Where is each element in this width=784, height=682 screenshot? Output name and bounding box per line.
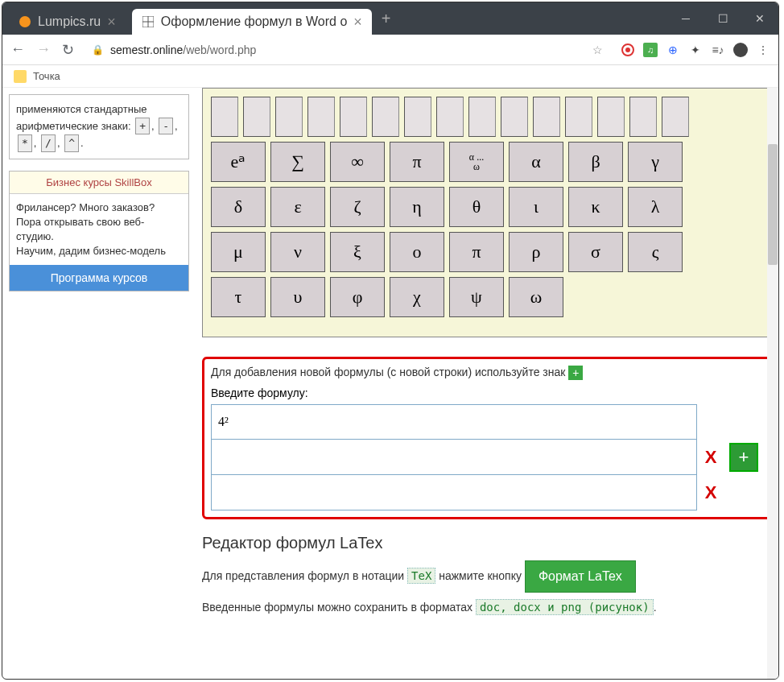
lumpics-favicon xyxy=(19,15,31,28)
key-blank[interactable] xyxy=(404,97,431,137)
word-favicon xyxy=(142,15,155,28)
key-xi[interactable]: ξ xyxy=(330,232,385,272)
minimize-button[interactable]: ─ xyxy=(667,2,704,35)
tab-lumpics[interactable]: Lumpics.ru × xyxy=(9,9,126,35)
close-icon[interactable]: × xyxy=(107,14,116,31)
skillbox-title: Бизнес курсы SkillBox xyxy=(10,172,188,194)
operators-note: применяются стандартные арифметические з… xyxy=(9,94,189,159)
star-icon[interactable]: ☆ xyxy=(592,43,603,56)
key-infinity[interactable]: ∞ xyxy=(330,142,385,182)
tab-semestr[interactable]: Оформление формул в Word о × xyxy=(132,9,372,35)
bookmarks-bar: Точка xyxy=(2,65,778,88)
key-theta[interactable]: θ xyxy=(449,187,504,227)
key-tau[interactable]: τ xyxy=(211,277,266,317)
key-gamma[interactable]: γ xyxy=(628,142,683,182)
key-mu[interactable]: μ xyxy=(211,232,266,272)
op-div[interactable]: / xyxy=(41,134,56,152)
scroll-thumb[interactable] xyxy=(768,144,778,265)
key-eta[interactable]: η xyxy=(390,187,444,227)
formula-input-2[interactable] xyxy=(211,440,697,475)
new-tab-button[interactable]: + xyxy=(382,10,391,28)
reload-button[interactable]: ↻ xyxy=(62,41,74,59)
key-exp[interactable]: eᵃ xyxy=(211,142,266,182)
key-kappa[interactable]: κ xyxy=(568,187,623,227)
ext-globe-icon[interactable]: ⊕ xyxy=(666,43,680,57)
key-zeta[interactable]: ζ xyxy=(330,187,385,227)
plus-chip: + xyxy=(568,366,583,380)
url-text: semestr.online/web/word.php xyxy=(110,43,256,56)
delete-row-3[interactable]: X xyxy=(705,475,717,510)
key-phi[interactable]: φ xyxy=(330,277,385,317)
key-blank[interactable] xyxy=(597,97,625,137)
key-lambda[interactable]: λ xyxy=(628,187,683,227)
key-alpha[interactable]: α xyxy=(509,142,563,182)
key-blank[interactable] xyxy=(468,97,496,137)
key-chi[interactable]: χ xyxy=(390,277,444,317)
main-content: eᵃ ∑ ∞ π α ... ω α β γ δ ε ζ η θ ι κ xyxy=(196,88,778,679)
formats-chip: doc, docx и png (рисунок) xyxy=(476,599,654,615)
latex-line2: Введенные формулы можно сохранить в форм… xyxy=(202,601,772,614)
op-minus[interactable]: - xyxy=(159,118,173,135)
key-sigma2[interactable]: ς xyxy=(628,232,683,272)
formula-input-1[interactable] xyxy=(211,404,697,440)
key-blank[interactable] xyxy=(372,97,399,137)
key-nu[interactable]: ν xyxy=(270,232,325,272)
skillbox-body: Фрилансер? Много заказов? Пора открывать… xyxy=(10,194,188,266)
skillbox-button[interactable]: Программа курсов xyxy=(10,265,188,291)
key-beta[interactable]: β xyxy=(568,142,623,182)
key-delta[interactable]: δ xyxy=(211,187,266,227)
svg-point-5 xyxy=(625,48,630,52)
key-pi[interactable]: π xyxy=(390,142,444,182)
op-mult[interactable]: * xyxy=(18,134,32,152)
key-blank[interactable] xyxy=(243,97,270,137)
key-upsilon[interactable]: υ xyxy=(270,277,325,317)
navbar: ← → ↻ 🔒 semestr.online/web/word.php ☆ ♫ … xyxy=(2,35,778,65)
close-icon[interactable]: × xyxy=(353,14,362,31)
tex-chip: TeX xyxy=(407,568,435,584)
tip-text: Для добавления новой формулы (с новой ст… xyxy=(211,366,763,380)
tab-title: Lumpics.ru xyxy=(38,14,101,29)
formula-input-section: Для добавления новой формулы (с новой ст… xyxy=(202,357,772,519)
key-blank[interactable] xyxy=(629,97,657,137)
sidebar: применяются стандартные арифметические з… xyxy=(2,88,196,679)
close-window-button[interactable]: ✕ xyxy=(741,2,778,35)
key-omega[interactable]: ω xyxy=(509,277,563,317)
delete-row-2[interactable]: X xyxy=(705,440,717,475)
key-blank[interactable] xyxy=(307,97,335,137)
key-blank[interactable] xyxy=(275,97,303,137)
address-bar[interactable]: 🔒 semestr.online/web/word.php ☆ xyxy=(85,43,609,56)
key-blank[interactable] xyxy=(533,97,560,137)
bookmark-item[interactable]: Точка xyxy=(33,70,60,82)
op-plus[interactable]: + xyxy=(135,118,150,135)
key-psi[interactable]: ψ xyxy=(449,277,504,317)
skillbox-ad: Бизнес курсы SkillBox Фрилансер? Много з… xyxy=(9,171,189,292)
key-sum[interactable]: ∑ xyxy=(270,142,325,182)
latex-format-button[interactable]: Формат LaTex xyxy=(525,560,636,593)
key-iota[interactable]: ι xyxy=(509,187,563,227)
key-omicron[interactable]: ο xyxy=(390,232,444,272)
back-button[interactable]: ← xyxy=(10,41,25,58)
key-epsilon[interactable]: ε xyxy=(270,187,325,227)
key-pi2[interactable]: π xyxy=(449,232,504,272)
key-blank[interactable] xyxy=(436,97,464,137)
forward-button[interactable]: → xyxy=(36,41,51,58)
key-rho[interactable]: ρ xyxy=(509,232,563,272)
avatar[interactable] xyxy=(733,43,748,57)
key-sigma[interactable]: σ xyxy=(568,232,623,272)
ext-music-icon[interactable]: ♫ xyxy=(643,43,658,57)
key-blank[interactable] xyxy=(662,97,689,137)
key-blank[interactable] xyxy=(501,97,528,137)
key-blank[interactable] xyxy=(340,97,367,137)
key-blank[interactable] xyxy=(565,97,592,137)
key-blank[interactable] xyxy=(211,97,238,137)
ext-playlist-icon[interactable]: ≡♪ xyxy=(711,43,725,57)
scrollbar[interactable] xyxy=(767,88,778,679)
add-row-button[interactable]: + xyxy=(729,443,758,472)
extensions-icon[interactable]: ✦ xyxy=(688,43,703,57)
ext-opera-icon[interactable] xyxy=(621,43,635,57)
menu-icon[interactable]: ⋮ xyxy=(756,43,770,57)
key-greek-range[interactable]: α ... ω xyxy=(449,142,504,182)
formula-input-3[interactable] xyxy=(211,475,697,510)
maximize-button[interactable]: ☐ xyxy=(704,2,741,35)
op-pow[interactable]: ^ xyxy=(64,134,79,152)
